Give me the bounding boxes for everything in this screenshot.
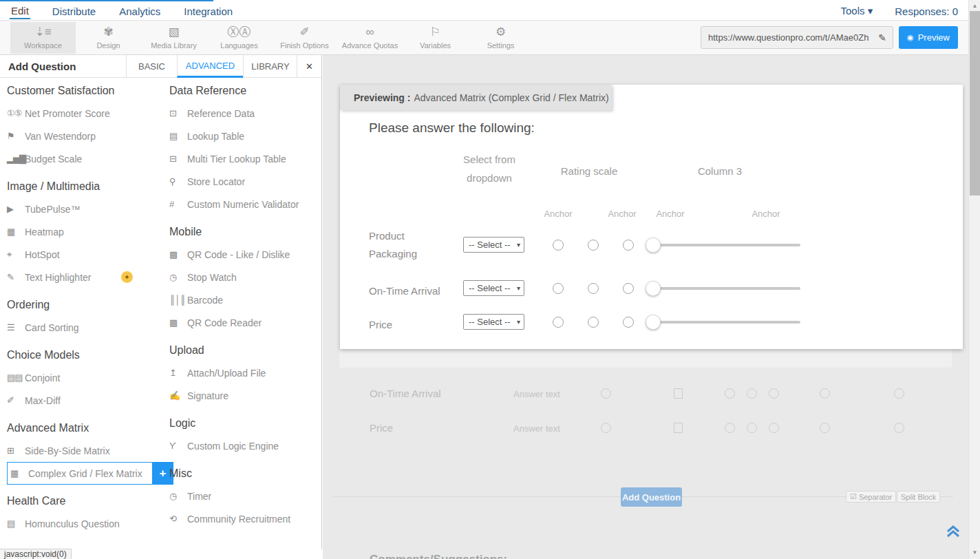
toolbar-item-media-library[interactable]: ▧Media Library: [141, 22, 206, 54]
panel-item-qr-code-like-dislike[interactable]: ▩QR Code - Like / Dislike: [169, 243, 321, 266]
panel-item-custom-logic-engine[interactable]: ϒCustom Logic Engine: [169, 434, 321, 457]
panel-item-conjoint[interactable]: ▤▤Conjoint: [7, 366, 164, 389]
slider-thumb-price[interactable]: [646, 315, 661, 330]
row-dropdown-on-time-arrival[interactable]: -- Select --▾: [463, 280, 524, 296]
qr-reader-icon: ▩: [169, 317, 187, 328]
panel-item-lookup-table[interactable]: ▤Lookup Table: [169, 125, 321, 147]
add-question-button[interactable]: Add Question: [621, 487, 682, 507]
eye-icon: ◉: [907, 33, 914, 42]
section-title-misc: Misc: [169, 467, 321, 480]
nav-item-analytics[interactable]: Analytics: [118, 3, 162, 19]
tab-library[interactable]: LIBRARY: [243, 55, 297, 78]
panel-item-van-westendorp[interactable]: ⚑Van Westendorp: [7, 125, 164, 147]
faded-radio: [725, 423, 735, 433]
faded-radio: [601, 423, 611, 433]
scrollbar-down-arrow[interactable]: ▼: [969, 548, 980, 558]
multi-tier-lookup-icon: ⊟: [169, 154, 187, 164]
panel-item-hotspot[interactable]: ⌖HotSpot: [7, 243, 164, 266]
row-dropdown-price[interactable]: -- Select --▾: [463, 314, 524, 330]
rating-radio-on-time-arrival-1[interactable]: [553, 283, 564, 294]
panel-item-multi-tier-lookup-table[interactable]: ⊟Multi Tier Lookup Table: [169, 147, 321, 170]
preview-button[interactable]: ◉ Preview: [899, 26, 958, 49]
panel-item-max-diff[interactable]: ✐Max-Diff: [7, 389, 164, 412]
nav-item-edit[interactable]: Edit: [10, 2, 30, 19]
panel-item-side-by-side-matrix[interactable]: ⊞Side-By-Side Matrix: [7, 439, 164, 462]
store-locator-icon: ⚲: [169, 176, 187, 187]
panel-item-timer[interactable]: ◷Timer: [169, 485, 321, 507]
rating-radio-product-packaging-2[interactable]: [588, 240, 599, 251]
dropdown-selected-value: -- Select --: [469, 317, 511, 327]
slider-thumb-product-packaging[interactable]: [646, 238, 661, 253]
separator-toggle-button[interactable]: ☑ Separator: [846, 491, 896, 503]
scroll-to-top-icon[interactable]: [946, 525, 961, 541]
close-icon[interactable]: ✕: [297, 55, 321, 78]
toolbar-item-advance-quotas[interactable]: ∞Advance Quotas: [337, 22, 403, 54]
panel-item-text-highlighter[interactable]: ✎Text Highlighter✦: [7, 266, 164, 288]
slider-thumb-on-time-arrival[interactable]: [646, 281, 661, 296]
toolbar-item-label: Design: [96, 41, 120, 50]
slider-track-on-time-arrival: [653, 287, 800, 290]
panel-item-label: Custom Logic Engine: [187, 441, 279, 452]
survey-url-input[interactable]: [701, 32, 872, 43]
faded-checkbox: [674, 423, 683, 433]
tools-menu[interactable]: Tools ▾: [840, 2, 875, 19]
faded-checkbox: [674, 388, 683, 399]
upload-icon: ↥: [169, 368, 187, 378]
faded-radio: [894, 423, 904, 433]
rating-radio-on-time-arrival-3[interactable]: [623, 283, 634, 294]
panel-item-custom-numeric-validator[interactable]: #Custom Numeric Validator: [169, 193, 321, 215]
split-block-button[interactable]: Split Block: [897, 491, 940, 503]
panel-item-attach-upload-file[interactable]: ↥Attach/Upload File: [169, 361, 321, 384]
faded-radio: [725, 388, 735, 399]
toolbar-item-settings[interactable]: ⚙Settings: [468, 22, 533, 54]
row-dropdown-product-packaging[interactable]: -- Select --▾: [463, 237, 524, 253]
rating-radio-price-3[interactable]: [623, 317, 634, 328]
nav-item-distribute[interactable]: Distribute: [51, 3, 97, 19]
panel-item-label: Timer: [187, 491, 211, 502]
panel-item-card-sorting[interactable]: ☰Card Sorting: [7, 316, 164, 339]
qr-like-icon: ▩: [169, 249, 187, 260]
panel-item-label: Community Recruitment: [187, 514, 290, 525]
chevron-down-icon: ▾: [517, 318, 520, 326]
homunculus-icon: ▤: [7, 518, 25, 529]
panel-item-signature[interactable]: ✍Signature: [169, 384, 321, 407]
reference-data-icon: ⊡: [169, 108, 187, 118]
toolbar-item-workspace[interactable]: ⇣≡Workspace: [10, 22, 76, 54]
nav-item-integration[interactable]: Integration: [182, 3, 234, 19]
panel-item-complex-grid-flex-matrix[interactable]: ▦Complex Grid / Flex Matrix+: [7, 462, 153, 485]
responses-count[interactable]: Responses: 0: [893, 3, 959, 19]
toolbar-item-label: Workspace: [24, 41, 62, 50]
scrollbar-up-arrow[interactable]: ▲: [969, 1, 980, 11]
top-nav-bar: EditDistributeAnalyticsIntegration Tools…: [0, 0, 980, 21]
budget-bars-icon: ▂▅▇: [7, 154, 25, 164]
tab-advanced[interactable]: ADVANCED: [177, 55, 243, 78]
rating-radio-on-time-arrival-2[interactable]: [588, 283, 599, 294]
toolbar-item-finish-options[interactable]: ✐Finish Options: [272, 22, 337, 54]
edit-url-pencil-icon[interactable]: ✎: [872, 32, 893, 43]
panel-item-qr-code-reader[interactable]: ▩QR Code Reader: [169, 311, 321, 334]
panel-item-net-promoter-score[interactable]: ①⑤Net Promoter Score: [7, 102, 164, 125]
scrollbar-thumb[interactable]: [970, 11, 980, 196]
panel-item-stop-watch[interactable]: ◷Stop Watch: [169, 266, 321, 288]
matrix-row-label-product-packaging: Product Packaging: [369, 227, 431, 263]
rating-radio-product-packaging-1[interactable]: [553, 240, 564, 251]
rating-radio-price-2[interactable]: [588, 317, 599, 328]
rating-radio-price-1[interactable]: [553, 317, 564, 328]
panel-item-community-recruitment[interactable]: ⟲Community Recruitment: [169, 507, 321, 530]
toolbar-item-languages[interactable]: ⓍⒶLanguages: [206, 22, 272, 54]
panel-item-barcode[interactable]: ║│║Barcode: [169, 288, 321, 311]
panel-item-store-locator[interactable]: ⚲Store Locator: [169, 170, 321, 193]
panel-item-reference-data[interactable]: ⊡Reference Data: [169, 102, 321, 125]
top-nav-items: EditDistributeAnalyticsIntegration: [10, 0, 234, 21]
toolbar-item-variables[interactable]: ⚐Variables: [403, 22, 468, 54]
tab-basic[interactable]: BASIC: [126, 55, 177, 78]
faded-radio: [601, 388, 611, 399]
panel-item-heatmap[interactable]: ▦Heatmap: [7, 220, 164, 243]
panel-item-label: Multi Tier Lookup Table: [187, 154, 286, 165]
toolbar-item-design[interactable]: ✾Design: [76, 22, 141, 54]
panel-item-tubepulse[interactable]: ▶TubePulse™: [7, 198, 164, 220]
rating-radio-product-packaging-3[interactable]: [623, 240, 634, 251]
panel-item-homunculus-question[interactable]: ▤Homunculus Question: [7, 512, 164, 535]
previewing-header: Previewing : Advanced Matrix (Complex Gr…: [340, 85, 612, 110]
panel-item-budget-scale[interactable]: ▂▅▇Budget Scale: [7, 147, 164, 170]
